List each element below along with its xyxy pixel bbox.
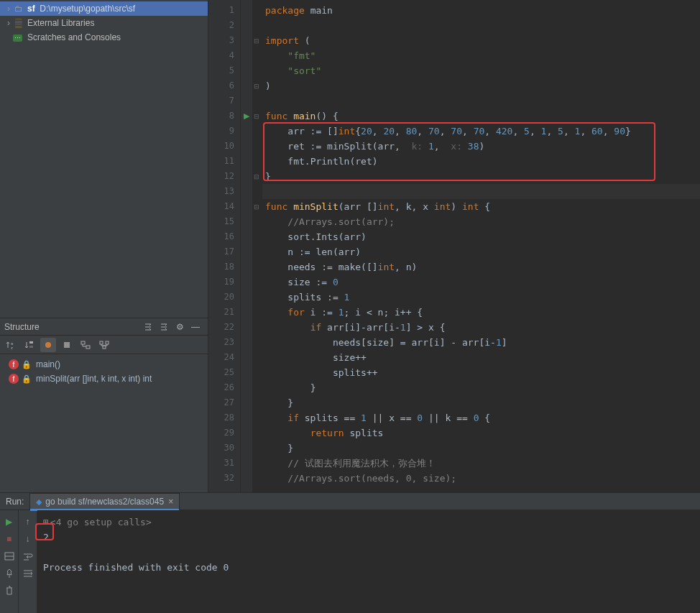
- code-line[interactable]: sort.Ints(arr): [262, 229, 700, 244]
- chevron-right-icon[interactable]: ›: [4, 4, 13, 14]
- code-line[interactable]: splits := 1: [262, 290, 700, 305]
- scroll-down-icon[interactable]: ↓: [19, 530, 37, 548]
- line-number[interactable]: 7: [208, 93, 240, 109]
- show-private-icon[interactable]: [59, 338, 75, 352]
- code-line[interactable]: [262, 184, 700, 199]
- line-number[interactable]: 3: [208, 33, 240, 48]
- code-line[interactable]: arr := []int{20, 20, 80, 70, 70, 70, 420…: [262, 124, 700, 139]
- gear-icon[interactable]: ⚙: [172, 320, 188, 334]
- code-line[interactable]: }: [262, 441, 700, 456]
- fold-toggle[interactable]: ⊟: [252, 109, 262, 124]
- line-number[interactable]: 12: [208, 169, 240, 184]
- line-number[interactable]: 22: [208, 320, 240, 335]
- code-line[interactable]: [262, 18, 700, 33]
- line-number[interactable]: 25: [208, 365, 240, 380]
- line-number[interactable]: 20: [208, 290, 240, 305]
- line-number[interactable]: 8: [208, 109, 240, 124]
- line-number[interactable]: 13: [208, 184, 240, 199]
- project-root[interactable]: › 🗀 sf D:\mysetup\gopath\src\sf: [0, 1, 208, 16]
- code-line[interactable]: ret := minSplit(arr, k: 1, x: 38): [262, 139, 700, 154]
- line-number[interactable]: 24: [208, 350, 240, 365]
- code-line[interactable]: splits++: [262, 365, 700, 380]
- code-line[interactable]: size++: [262, 350, 700, 365]
- line-number[interactable]: 31: [208, 456, 240, 471]
- code-line[interactable]: "sort": [262, 63, 700, 78]
- run-gutter-icon[interactable]: ▶: [244, 111, 249, 121]
- scroll-to-end-icon[interactable]: [19, 565, 37, 582]
- line-number[interactable]: 18: [208, 259, 240, 275]
- close-icon[interactable]: ×: [168, 497, 173, 507]
- stop-icon[interactable]: ■: [0, 530, 18, 548]
- code-line[interactable]: n := len(arr): [262, 244, 700, 259]
- sort-visibility-icon[interactable]: [22, 338, 37, 352]
- code-line[interactable]: import (: [262, 33, 700, 48]
- soft-wrap-icon[interactable]: [19, 548, 37, 565]
- code-line[interactable]: func main() {: [262, 109, 700, 124]
- code-line[interactable]: size := 0: [262, 275, 700, 290]
- line-number[interactable]: 21: [208, 305, 240, 320]
- line-number[interactable]: 23: [208, 335, 240, 350]
- line-number[interactable]: 5: [208, 63, 240, 78]
- line-number[interactable]: 26: [208, 380, 240, 395]
- line-number[interactable]: 9: [208, 124, 240, 139]
- fold-toggle[interactable]: ⊟: [252, 199, 262, 214]
- console-output[interactable]: ⊞<4 go setup calls> 2 Process finished w…: [37, 510, 700, 613]
- structure-item-main[interactable]: f 🔒 main(): [0, 357, 208, 372]
- line-number[interactable]: 2: [208, 18, 240, 33]
- fold-toggle[interactable]: ⊟: [252, 33, 262, 48]
- rerun-icon[interactable]: ▶: [0, 513, 18, 530]
- external-libraries[interactable]: › 𝄛 External Libraries: [0, 16, 208, 30]
- code-line[interactable]: fmt.Println(ret): [262, 154, 700, 169]
- line-number[interactable]: 27: [208, 395, 240, 410]
- line-number[interactable]: 10: [208, 139, 240, 154]
- code-line[interactable]: }: [262, 169, 700, 184]
- line-number[interactable]: 15: [208, 214, 240, 229]
- code-line[interactable]: for i := 1; i < n; i++ {: [262, 305, 700, 320]
- code-area[interactable]: package main import ( "fmt" "sort") func…: [262, 0, 700, 492]
- line-number-gutter[interactable]: 1234567891011121314151617181920212223242…: [208, 0, 241, 492]
- scratches-and-consoles[interactable]: ⋯ Scratches and Consoles: [0, 30, 208, 45]
- code-line[interactable]: }: [262, 380, 700, 395]
- code-line[interactable]: needs[size] = arr[i] - arr[i-1]: [262, 335, 700, 350]
- structure-item-minsplit[interactable]: f 🔒 minSplit(arr []int, k int, x int) in…: [0, 372, 208, 386]
- code-line[interactable]: //Arrays.sort(arr);: [262, 214, 700, 229]
- code-line[interactable]: if splits == 1 || x == 0 || k == 0 {: [262, 410, 700, 425]
- line-number[interactable]: 30: [208, 441, 240, 456]
- line-number[interactable]: 19: [208, 275, 240, 290]
- line-number[interactable]: 6: [208, 78, 240, 93]
- structure-expand-icon[interactable]: [140, 320, 156, 334]
- fold-icon[interactable]: ⊞: [43, 517, 49, 527]
- code-line[interactable]: if arr[i]-arr[i-1] > x {: [262, 320, 700, 335]
- line-number[interactable]: 29: [208, 425, 240, 441]
- show-inherited-icon[interactable]: [78, 338, 93, 352]
- editor[interactable]: 1234567891011121314151617181920212223242…: [208, 0, 700, 492]
- line-number[interactable]: 32: [208, 471, 240, 486]
- minimize-icon[interactable]: —: [188, 320, 203, 334]
- code-line[interactable]: package main: [262, 3, 700, 18]
- project-tree[interactable]: › 🗀 sf D:\mysetup\gopath\src\sf › 𝄛 Exte…: [0, 0, 208, 49]
- code-line[interactable]: needs := make([]int, n): [262, 259, 700, 275]
- line-number[interactable]: 17: [208, 244, 240, 259]
- code-line[interactable]: return splits: [262, 425, 700, 441]
- code-line[interactable]: ): [262, 78, 700, 93]
- fold-toggle[interactable]: ⊟: [252, 169, 262, 184]
- code-line[interactable]: }: [262, 395, 700, 410]
- line-number[interactable]: 1: [208, 3, 240, 18]
- chevron-right-icon[interactable]: ›: [4, 18, 13, 28]
- structure-collapse-icon[interactable]: [156, 320, 172, 334]
- code-line[interactable]: "fmt": [262, 48, 700, 63]
- trash-icon[interactable]: [0, 582, 18, 599]
- line-number[interactable]: 16: [208, 229, 240, 244]
- line-number[interactable]: 28: [208, 410, 240, 425]
- show-anonymous-icon[interactable]: [96, 338, 112, 352]
- code-line[interactable]: [262, 93, 700, 109]
- line-number[interactable]: 14: [208, 199, 240, 214]
- fold-toggle[interactable]: ⊟: [252, 78, 262, 93]
- run-tab[interactable]: ◆ go build sf/newclass2/class045 ×: [29, 493, 180, 510]
- sort-alpha-icon[interactable]: az: [3, 338, 19, 352]
- line-number[interactable]: 11: [208, 154, 240, 169]
- show-fields-icon[interactable]: [40, 338, 56, 352]
- code-line[interactable]: // 试图去利用魔法积木，弥合堆！: [262, 456, 700, 471]
- code-line[interactable]: //Arrays.sort(needs, 0, size);: [262, 471, 700, 486]
- pin-icon[interactable]: [0, 565, 18, 582]
